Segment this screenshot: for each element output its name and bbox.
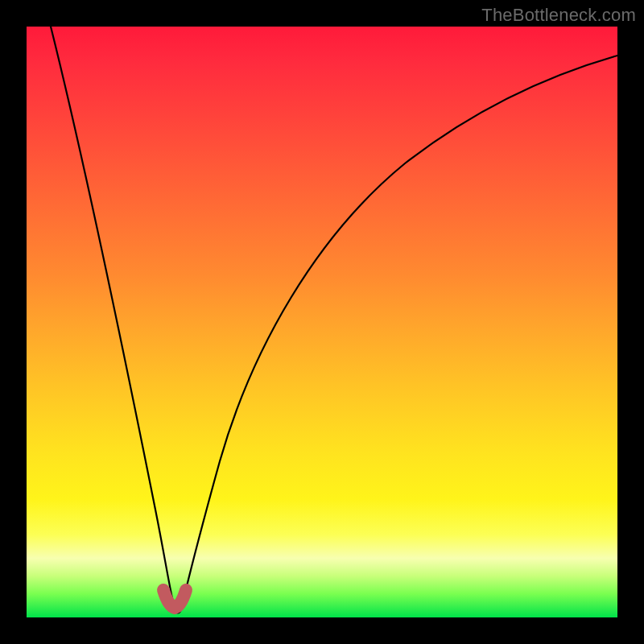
watermark-text: TheBottleneck.com xyxy=(481,5,636,26)
bottleneck-curve xyxy=(51,27,617,613)
plot-area xyxy=(27,27,617,617)
curve-layer xyxy=(27,27,617,617)
valley-marker xyxy=(163,590,186,608)
chart-frame: TheBottleneck.com xyxy=(0,0,644,644)
